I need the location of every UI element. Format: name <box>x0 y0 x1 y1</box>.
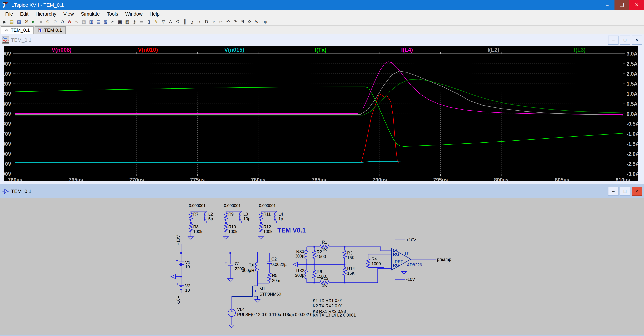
y-left-tick-label[interactable]: 450V <box>4 111 12 117</box>
schematic-label[interactable]: R13 <box>321 276 328 281</box>
schematic-label[interactable]: RX1 <box>296 249 304 254</box>
menu-view[interactable]: View <box>60 11 77 17</box>
y-right-tick-label[interactable]: 2.0A <box>626 71 638 77</box>
schematic-label[interactable]: -10V <box>406 277 415 282</box>
inductor-rx1[interactable] <box>305 250 308 259</box>
k-statement-label[interactable]: K1 TX RX1 0.01 <box>313 298 343 303</box>
schematic-label[interactable]: 300µ <box>295 273 304 278</box>
y-right-tick-label[interactable]: -0.5A <box>626 121 638 127</box>
schematic-label[interactable]: REF <box>395 259 403 264</box>
legend-I(L4)[interactable]: I(L4) <box>401 47 413 53</box>
mark-data-icon[interactable]: ▧ <box>80 18 88 25</box>
schematic-label[interactable]: 300µ <box>295 254 304 258</box>
schematic-label[interactable]: 15K <box>347 255 355 260</box>
y-right-tick-label[interactable]: 1.5A <box>626 81 638 87</box>
y-right-tick-label[interactable]: -2.5A <box>626 161 638 167</box>
schematic-label[interactable]: 1p <box>278 216 283 221</box>
y-right-tick-label[interactable]: -1.0A <box>626 131 638 137</box>
menu-hierarchy[interactable]: Hierarchy <box>32 11 60 17</box>
schematic-label[interactable]: 20m <box>272 278 280 283</box>
schematic-label[interactable]: 100k <box>193 229 202 234</box>
schematic-label[interactable]: 0.000001 <box>189 203 206 208</box>
spice-directive-label[interactable]: .tran 0 0.002 0 <box>286 312 312 317</box>
menu-simulate[interactable]: Simulate <box>77 11 103 17</box>
open-file-icon[interactable]: ▤ <box>8 18 16 25</box>
schematic-label[interactable]: 1K <box>322 247 327 252</box>
schematic-label[interactable]: 1000 <box>372 261 381 266</box>
schematic-label[interactable]: 1K <box>322 283 327 288</box>
schematic-label[interactable]: 300µH <box>242 268 254 273</box>
menu-edit[interactable]: Edit <box>16 11 32 17</box>
spice-directive-icon[interactable]: .op <box>260 18 268 25</box>
zoom-in-icon[interactable]: ⊕ <box>44 18 52 25</box>
legend-I(L3)[interactable]: I(L3) <box>574 47 586 53</box>
undo-icon[interactable]: ↶ <box>224 18 232 25</box>
waveform-plot[interactable]: 760µs765µs770µs775µs780µs785µs790µs795µs… <box>4 46 638 181</box>
tab-schematic[interactable]: TEM 0.1 <box>34 26 66 34</box>
y-left-tick-label[interactable]: 0V <box>5 161 12 167</box>
schematic-label[interactable]: U1 <box>405 252 410 256</box>
schematic-label[interactable]: +10V <box>176 235 180 245</box>
resistor-r4[interactable] <box>366 259 370 268</box>
save-icon[interactable]: ▦ <box>16 18 23 25</box>
net-label-icon[interactable]: A <box>167 18 174 25</box>
net-label-preamp[interactable]: preamp <box>437 257 451 262</box>
resistor-icon[interactable]: Ω <box>174 18 181 25</box>
y-left-tick-label[interactable]: 630V <box>4 91 12 97</box>
resistor-r14[interactable] <box>343 267 346 276</box>
schematic-label[interactable]: 0.000001 <box>224 203 241 208</box>
autorange-icon[interactable]: ∿ <box>73 18 80 25</box>
new-schematic-icon[interactable]: ▶ <box>1 18 8 25</box>
port-rx-mid[interactable] <box>293 262 298 266</box>
k-statement-label[interactable]: K4 TX L3 L4 L2 0.0001 <box>313 313 356 318</box>
tile-vertical-icon[interactable]: ▤ <box>95 18 102 25</box>
menu-tools[interactable]: Tools <box>103 11 122 17</box>
window-minimize-button[interactable]: – <box>600 0 614 10</box>
y-left-tick-label[interactable]: 540V <box>4 101 12 107</box>
schematic-label[interactable]: R12 <box>263 224 271 229</box>
find-icon[interactable]: ◎ <box>131 18 138 25</box>
schematic-title-note[interactable]: TEM V0.1 <box>278 227 306 234</box>
capacitor-c1[interactable] <box>225 262 233 266</box>
schematic-minimize-button[interactable]: – <box>608 187 618 196</box>
schematic-label[interactable]: 1500 <box>317 254 326 259</box>
schematic-label[interactable]: 5p <box>208 216 213 221</box>
y-right-tick-label[interactable]: 3.0A <box>626 51 638 57</box>
legend-V(n010)[interactable]: V(n010) <box>138 47 158 53</box>
control-panel-icon[interactable]: ⚒ <box>23 18 30 25</box>
schematic-label[interactable]: R6 <box>317 269 322 274</box>
y-left-tick-label[interactable]: 90V <box>4 151 12 157</box>
battery-v2[interactable] <box>176 283 184 289</box>
y-right-tick-label[interactable]: 2.5A <box>626 61 638 67</box>
schematic-label[interactable]: R8 <box>193 224 198 229</box>
schematic-close-button[interactable]: × <box>632 187 642 196</box>
plot-close-button[interactable]: × <box>632 36 642 44</box>
schematic-label[interactable]: R11 <box>263 212 271 216</box>
schematic-label[interactable]: R7 <box>193 212 198 216</box>
ground-vl4[interactable] <box>229 325 234 328</box>
resistor-r6[interactable] <box>312 270 316 279</box>
schematic-label[interactable]: R14 <box>347 266 355 271</box>
redo-icon[interactable]: ↷ <box>232 18 239 25</box>
window-restore-button[interactable]: ❐ <box>614 0 629 10</box>
resistor-r3[interactable] <box>343 250 346 259</box>
cascade-icon[interactable]: ▧ <box>102 18 109 25</box>
y-left-tick-label[interactable]: 270V <box>4 131 12 137</box>
schematic-canvas[interactable]: TEM V0.1+10VV110V210-10VC12200µTX300µHC2… <box>0 198 644 335</box>
schematic-restore-button[interactable]: □ <box>620 187 630 196</box>
schematic-label[interactable]: 100k <box>263 229 272 234</box>
inductor-rx2[interactable] <box>305 270 308 279</box>
plot-minimize-button[interactable]: – <box>608 36 618 44</box>
schematic-label[interactable]: R4 <box>372 257 377 261</box>
text-icon[interactable]: Aa <box>254 18 260 25</box>
legend-I(Tx)[interactable]: I(Tx) <box>315 47 326 53</box>
schematic-label[interactable]: M1 <box>260 286 265 291</box>
schematic-label[interactable]: 10 <box>185 264 190 269</box>
mosfet-m1[interactable] <box>232 285 258 300</box>
schematic-label[interactable]: R3 <box>347 250 352 255</box>
zoom-out-icon[interactable]: ⊖ <box>59 18 66 25</box>
y-left-tick-label[interactable]: 810V <box>4 71 12 77</box>
component-icon[interactable]: D <box>203 18 210 25</box>
y-right-tick-label[interactable]: -2.0A <box>626 151 638 157</box>
capacitor-icon[interactable]: ╫ <box>181 18 188 25</box>
